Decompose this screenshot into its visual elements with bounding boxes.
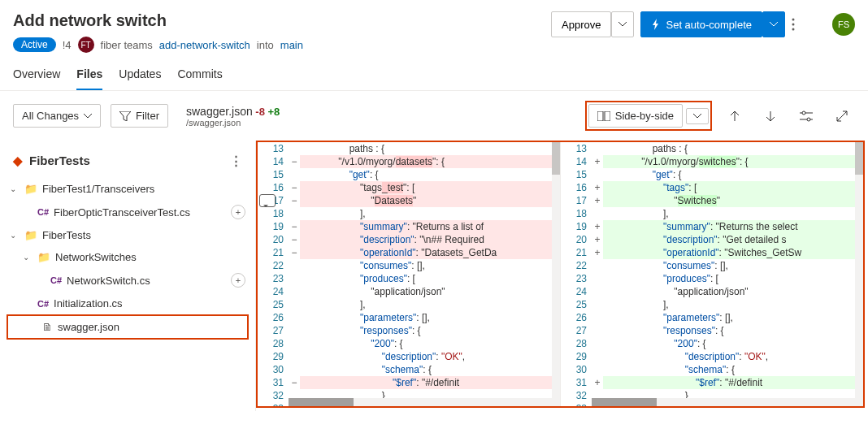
target-branch-link[interactable]: main <box>280 39 303 51</box>
diff-gutter <box>300 324 328 337</box>
project-name[interactable]: FiberTests <box>29 154 90 167</box>
line-number: 13 <box>561 142 592 155</box>
diff-line[interactable]: 23 "produces": [ <box>258 272 560 285</box>
diff-line[interactable]: 19+ "summary": "Returns the select <box>561 220 863 233</box>
diff-gutter <box>603 285 631 298</box>
code-content: paths : { <box>328 142 560 155</box>
tree-item-label: FiberTests <box>42 229 91 241</box>
diff-line[interactable]: 13 paths : { <box>561 142 863 155</box>
line-number: 30 <box>258 363 289 376</box>
diff-gutter <box>603 311 631 324</box>
svg-point-2 <box>792 28 795 31</box>
tree-item[interactable]: C#NetworkSwitch.cs+ <box>0 268 255 292</box>
diff-line[interactable]: 20+ "description": "Get detailed s <box>561 233 863 246</box>
tree-item[interactable]: 🗎swagger.json <box>7 314 249 340</box>
diff-line[interactable]: 28 "200": { <box>561 337 863 350</box>
horizontal-scrollbar[interactable] <box>289 398 552 406</box>
prev-diff-button[interactable] <box>722 103 748 129</box>
code-content: "/v1.0/myorg/switches": { <box>631 155 863 168</box>
diff-line[interactable]: 27 "responses": { <box>258 324 560 337</box>
diff-line[interactable]: 16− "tags_test": [ <box>258 181 560 194</box>
diff-line[interactable]: 29 "description": "OK", <box>258 350 560 363</box>
diff-line[interactable]: 14+ "/v1.0/myorg/switches": { <box>561 155 863 168</box>
diff-line[interactable]: 17− "Datasets" <box>258 194 560 207</box>
diff-line[interactable]: 22 "consumes": [], <box>561 259 863 272</box>
settings-button[interactable] <box>793 103 819 129</box>
diff-line[interactable]: 30 "schema": { <box>561 363 863 376</box>
diff-gutter <box>603 376 631 389</box>
diff-line[interactable]: 21+ "operationId": "Switches_GetSw <box>561 246 863 259</box>
diff-line[interactable]: 13 paths : { <box>258 142 560 155</box>
diff-marker: + <box>592 246 603 259</box>
tab-updates[interactable]: Updates <box>119 59 161 90</box>
approve-dropdown[interactable] <box>611 11 634 37</box>
tree-item[interactable]: ⌄📁NetworkSwitches <box>0 246 255 268</box>
line-number: 22 <box>258 259 289 272</box>
diff-gutter <box>300 155 328 168</box>
diff-line[interactable]: 25 ], <box>258 298 560 311</box>
diff-line[interactable]: 14− "/v1.0/myorg/datasets": { <box>258 155 560 168</box>
diff-line[interactable]: 29 "description": "OK", <box>561 350 863 363</box>
tree-item[interactable]: ⌄📁FiberTest1/Transceivers <box>0 178 255 200</box>
tree-item[interactable]: ⌄📁FiberTests <box>0 224 255 246</box>
diff-gutter <box>300 298 328 311</box>
more-actions-button[interactable] <box>792 18 818 31</box>
diff-line[interactable]: 26 "parameters": [], <box>258 311 560 324</box>
diff-line[interactable]: 17+ "Switches" <box>561 194 863 207</box>
diff-line[interactable]: 18 ], <box>258 207 560 220</box>
next-diff-button[interactable] <box>757 103 783 129</box>
diff-filepath: /swagger.json <box>186 118 280 128</box>
tab-commits[interactable]: Commits <box>177 59 222 90</box>
add-comment-button[interactable]: + <box>231 205 245 219</box>
tree-item-label: Initialization.cs <box>54 297 123 310</box>
view-mode-dropdown[interactable]: Side-by-side <box>588 104 683 128</box>
diff-line[interactable]: 28 "200": { <box>258 337 560 350</box>
diff-line[interactable]: 25 ], <box>561 298 863 311</box>
diff-line[interactable]: 26 "parameters": [], <box>561 311 863 324</box>
diff-line[interactable]: 31+ "$ref": "#/definit <box>561 376 863 389</box>
team-avatar[interactable]: FT <box>78 37 94 53</box>
diff-line[interactable]: 16+ "tags": [ <box>561 181 863 194</box>
diff-line[interactable]: 20− "description": "\n## Required <box>258 233 560 246</box>
diff-line[interactable]: 15 "get": { <box>561 168 863 181</box>
set-autocomplete-button[interactable]: Set auto-complete <box>640 11 762 37</box>
changes-filter-dropdown[interactable]: All Changes <box>13 104 101 128</box>
diff-marker <box>592 272 603 285</box>
source-branch-link[interactable]: add-network-switch <box>159 39 250 51</box>
vertical-scrollbar[interactable] <box>552 142 560 406</box>
diff-gutter <box>300 350 328 363</box>
diff-gutter <box>300 272 328 285</box>
diff-line[interactable]: 27 "responses": { <box>561 324 863 337</box>
approve-button[interactable]: Approve <box>551 11 611 37</box>
diff-line[interactable]: 31− "$ref": "#/definit <box>258 376 560 389</box>
code-content: "schema": { <box>328 363 560 376</box>
fullscreen-button[interactable] <box>829 103 855 129</box>
arrow-up-icon <box>729 110 740 122</box>
diff-line[interactable]: 19− "summary": "Returns a list of <box>258 220 560 233</box>
user-avatar[interactable]: FS <box>832 13 855 36</box>
diff-line[interactable]: 23 "produces": [ <box>561 272 863 285</box>
horizontal-scrollbar[interactable] <box>592 398 855 406</box>
chevron-down-icon <box>84 114 92 119</box>
autocomplete-dropdown[interactable] <box>762 11 785 37</box>
tab-files[interactable]: Files <box>76 59 102 90</box>
diff-line[interactable]: 30 "schema": { <box>258 363 560 376</box>
diff-line[interactable]: 21− "operationId": "Datasets_GetDa <box>258 246 560 259</box>
diff-line[interactable]: 22 "consumes": [], <box>258 259 560 272</box>
diff-line[interactable]: 18 ], <box>561 207 863 220</box>
diff-line[interactable]: 24 "application/json" <box>561 285 863 298</box>
comment-thread-icon[interactable] <box>259 194 276 207</box>
diff-line[interactable]: 15 "get": { <box>258 168 560 181</box>
line-number: 26 <box>258 311 289 324</box>
add-comment-button[interactable]: + <box>231 273 245 288</box>
view-mode-chevron[interactable] <box>686 108 709 124</box>
diff-gutter <box>603 207 631 220</box>
tree-item[interactable]: C#Initialization.cs <box>0 292 255 314</box>
code-content: ], <box>328 298 560 311</box>
tab-overview[interactable]: Overview <box>13 59 60 90</box>
filter-button[interactable]: Filter <box>111 104 168 128</box>
diff-line[interactable]: 24 "application/json" <box>258 285 560 298</box>
project-more-button[interactable]: ⋮ <box>230 154 242 168</box>
tree-item[interactable]: C#FiberOpticTransceiverTest.cs+ <box>0 200 255 224</box>
vertical-scrollbar[interactable] <box>855 142 863 406</box>
